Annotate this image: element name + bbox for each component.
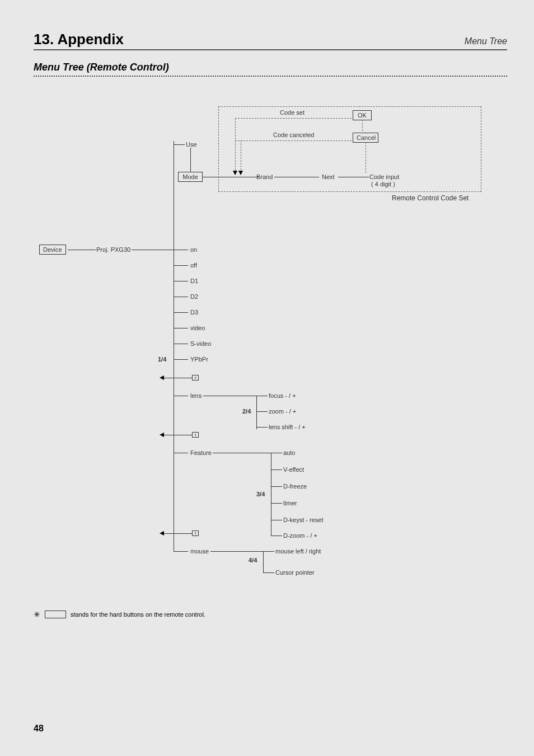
group-3-4: 3/4	[256, 491, 265, 497]
connector	[132, 250, 174, 250]
arrow-left-icon	[160, 375, 164, 380]
connector	[271, 520, 282, 520]
connector	[174, 250, 188, 250]
connector	[271, 503, 282, 504]
subtitle: Menu Tree (Remote Control)	[34, 62, 507, 73]
connector	[174, 453, 188, 453]
footnote: ✳ stands for the hard buttons on the rem…	[34, 610, 205, 619]
node-mouse: mouse	[190, 548, 209, 555]
node-mouse-lr: mouse left / right	[275, 548, 321, 555]
node-veffect: V-effect	[283, 466, 304, 473]
connector	[174, 551, 188, 552]
node-cursor: Cursor pointer	[275, 569, 315, 576]
connector	[256, 396, 268, 396]
group-1-4: 1/4	[158, 356, 166, 363]
connector	[271, 453, 282, 453]
connector	[174, 297, 188, 297]
node-focus: focus - / +	[269, 392, 296, 399]
node-zoom: zoom - / +	[269, 408, 296, 415]
connector	[271, 486, 282, 487]
node-cancel: Cancel	[353, 133, 378, 143]
f-button-icon: f	[192, 432, 199, 438]
connector	[256, 396, 257, 429]
hard-button-box-icon	[45, 611, 66, 618]
node-d3: D3	[190, 309, 198, 316]
footnote-symbol: ✳	[34, 610, 40, 619]
node-codeinput: Code input	[369, 173, 399, 180]
page-number: 48	[34, 724, 44, 734]
node-lens: lens	[190, 392, 202, 399]
node-proj: Proj. PXG30	[96, 246, 130, 253]
connector	[256, 427, 268, 428]
connector	[263, 551, 264, 572]
connector	[68, 250, 96, 250]
connector-dotted	[235, 118, 236, 173]
node-codecanceled: Code canceled	[273, 132, 314, 138]
header-right: Menu Tree	[465, 36, 507, 46]
diagram-canvas: Device Proj. PXG30 Use Mode Remote Contr…	[34, 93, 507, 608]
connector-dotted	[366, 142, 366, 173]
connector	[174, 312, 188, 313]
connector	[174, 141, 174, 551]
connector	[174, 144, 185, 145]
connector	[203, 396, 256, 396]
node-dzoom: D-zoom - / +	[283, 532, 317, 539]
node-next: Next	[322, 173, 335, 180]
connector	[256, 411, 268, 412]
node-brand: Brand	[256, 173, 273, 180]
node-d2: D2	[190, 293, 198, 300]
f-button-icon: f	[192, 375, 199, 381]
section-title: 13. Appendix	[34, 31, 124, 48]
connector	[174, 396, 188, 396]
connector	[263, 572, 274, 573]
connector	[174, 265, 188, 266]
connector-dotted	[235, 140, 352, 141]
node-off: off	[190, 262, 197, 269]
connector-dotted	[235, 118, 352, 119]
page-header: 13. Appendix Menu Tree	[34, 31, 507, 50]
group-2-4: 2/4	[242, 408, 251, 415]
connector	[174, 344, 188, 344]
group-4-4: 4/4	[249, 557, 257, 564]
arrow-left-icon	[160, 531, 164, 536]
node-lensshift: lens shift - / +	[269, 424, 306, 430]
connector	[271, 469, 282, 470]
node-mode: Mode	[178, 172, 203, 182]
f-button-icon: f	[192, 530, 199, 536]
page-root: 13. Appendix Menu Tree Menu Tree (Remote…	[0, 0, 534, 756]
node-feature: Feature	[190, 449, 212, 456]
connector	[271, 536, 282, 536]
node-device: Device	[39, 245, 66, 255]
arrow-left-icon	[160, 433, 164, 437]
connector	[271, 453, 271, 536]
node-codeinput-digits: ( 4 digit )	[371, 181, 395, 187]
connector	[274, 177, 319, 177]
arrow-down-icon	[233, 171, 237, 175]
arrow-down-icon	[238, 171, 243, 175]
node-codeset: Code set	[280, 109, 305, 116]
connector	[174, 281, 188, 281]
node-dkeyst: D-keyst - reset	[283, 516, 324, 523]
connector-dotted	[241, 140, 241, 173]
node-d1: D1	[190, 278, 198, 284]
node-svideo: S-video	[190, 340, 211, 347]
node-ok: OK	[353, 110, 372, 120]
connector	[190, 148, 191, 172]
connector-dotted	[362, 120, 363, 131]
rc-codeset-label: Remote Control Code Set	[392, 194, 469, 202]
connector	[174, 328, 188, 328]
footnote-text: stands for the hard buttons on the remot…	[71, 611, 205, 618]
node-on: on	[190, 246, 197, 253]
node-ypbpr: YPbPr	[190, 356, 208, 363]
connector	[210, 551, 263, 552]
connector	[338, 177, 369, 177]
node-use: Use	[186, 141, 197, 148]
node-timer: timer	[283, 500, 297, 506]
connector	[174, 359, 188, 360]
connector	[213, 453, 271, 453]
node-auto: auto	[283, 449, 295, 456]
connector	[263, 551, 274, 552]
node-dfreeze: D-freeze	[283, 483, 307, 490]
subtitle-divider	[34, 76, 507, 77]
node-video: video	[190, 325, 205, 331]
